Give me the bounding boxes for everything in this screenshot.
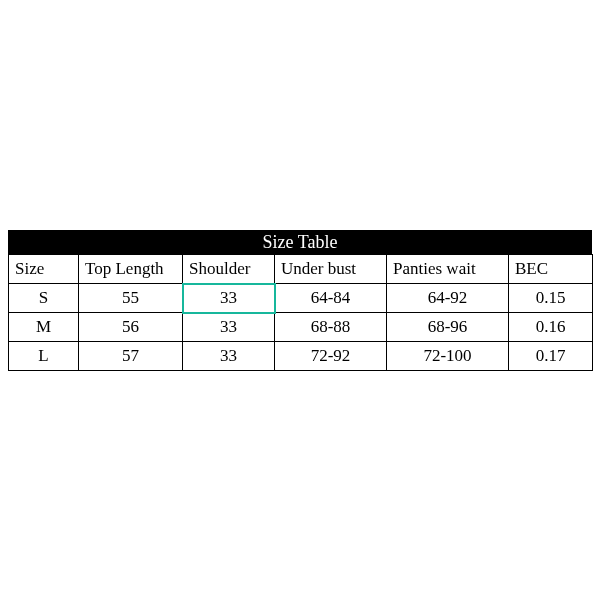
cell-size: M bbox=[9, 313, 79, 342]
cell-top-length: 55 bbox=[79, 284, 183, 313]
col-header-under-bust: Under bust bbox=[275, 255, 387, 284]
cell-under-bust: 64-84 bbox=[275, 284, 387, 313]
col-header-shoulder: Shoulder bbox=[183, 255, 275, 284]
col-header-size: Size bbox=[9, 255, 79, 284]
table-row: S 55 33 64-84 64-92 0.15 bbox=[9, 284, 593, 313]
table-title: Size Table bbox=[8, 230, 592, 254]
col-header-panties-wait: Panties wait bbox=[387, 255, 509, 284]
col-header-top-length: Top Length bbox=[79, 255, 183, 284]
cell-size: S bbox=[9, 284, 79, 313]
cell-under-bust: 68-88 bbox=[275, 313, 387, 342]
cell-shoulder: 33 bbox=[183, 342, 275, 371]
size-table: Size Top Length Shoulder Under bust Pant… bbox=[8, 254, 593, 371]
cell-panties-wait: 68-96 bbox=[387, 313, 509, 342]
cell-under-bust: 72-92 bbox=[275, 342, 387, 371]
cell-shoulder: 33 bbox=[183, 313, 275, 342]
table-header-row: Size Top Length Shoulder Under bust Pant… bbox=[9, 255, 593, 284]
cell-size: L bbox=[9, 342, 79, 371]
col-header-bec: BEC bbox=[509, 255, 593, 284]
cell-bec: 0.15 bbox=[509, 284, 593, 313]
cell-panties-wait: 72-100 bbox=[387, 342, 509, 371]
size-table-container: Size Table Size Top Length Shoulder Unde… bbox=[8, 230, 592, 371]
cell-panties-wait: 64-92 bbox=[387, 284, 509, 313]
table-row: M 56 33 68-88 68-96 0.16 bbox=[9, 313, 593, 342]
cell-bec: 0.16 bbox=[509, 313, 593, 342]
table-row: L 57 33 72-92 72-100 0.17 bbox=[9, 342, 593, 371]
cell-shoulder: 33 bbox=[183, 284, 275, 313]
cell-top-length: 56 bbox=[79, 313, 183, 342]
cell-bec: 0.17 bbox=[509, 342, 593, 371]
cell-top-length: 57 bbox=[79, 342, 183, 371]
